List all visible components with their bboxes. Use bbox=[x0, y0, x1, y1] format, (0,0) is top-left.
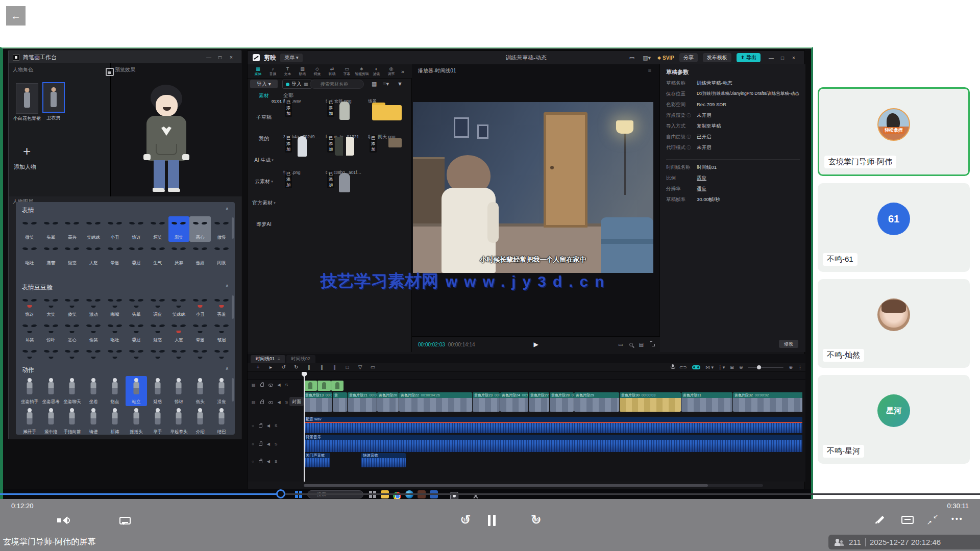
expression-cell[interactable]: 傲娇 bbox=[189, 242, 211, 267]
audio-track-sfx1[interactable]: 关门声音效 bbox=[304, 453, 330, 467]
sticker-clip[interactable] bbox=[304, 381, 317, 391]
toolbar-expand-icon[interactable]: » bbox=[400, 68, 406, 74]
bean-scrollbar[interactable] bbox=[232, 295, 234, 319]
collapse-actions-icon[interactable]: ∧ bbox=[225, 366, 229, 371]
preview-axis-icon[interactable]: ┆ ▾ bbox=[719, 365, 725, 370]
zoom-in-icon[interactable]: ⊕ bbox=[789, 365, 793, 370]
video-clip[interactable]: 黄色片段2200:00:04:26 bbox=[399, 392, 472, 412]
bean-face-cell[interactable] bbox=[211, 344, 232, 359]
link-icon[interactable]: ⋈ ▾ bbox=[705, 365, 714, 370]
bean-face-cell[interactable]: 小丑 bbox=[189, 293, 211, 319]
timeline-ruler[interactable] bbox=[248, 372, 805, 380]
audio-track-voiceover[interactable]: 配音.wav bbox=[304, 417, 802, 433]
exit-fullscreen-button[interactable]: ↙↗ bbox=[924, 513, 941, 527]
media-item[interactable]: 场景 bbox=[368, 97, 406, 105]
menu-button[interactable]: 菜单 ▾ bbox=[280, 54, 303, 62]
annotate-button[interactable] bbox=[872, 513, 889, 527]
action-cell[interactable]: 坐姿思考 bbox=[40, 376, 62, 406]
expression-cell[interactable]: 委屈 bbox=[126, 242, 147, 267]
expression-cell[interactable]: 闭眼 bbox=[211, 242, 232, 267]
mark-icon[interactable]: ▽ bbox=[354, 364, 366, 370]
action-cell[interactable]: 摇摇头 bbox=[126, 406, 147, 435]
volume-button[interactable] bbox=[54, 515, 71, 527]
share-button[interactable]: 分享 bbox=[679, 53, 698, 62]
zoom-out-icon[interactable]: ⊖ bbox=[739, 365, 743, 370]
bean-face-cell[interactable] bbox=[126, 344, 147, 359]
rewind-button[interactable]: ↺ 10 bbox=[457, 511, 474, 529]
character-card[interactable]: 卫衣男 bbox=[42, 82, 65, 113]
expression-cell[interactable]: 晕迷 bbox=[104, 242, 126, 267]
split-icon[interactable]: ∥ bbox=[315, 364, 328, 370]
bean-face-cell[interactable] bbox=[189, 344, 211, 359]
audio-icon[interactable]: ♪ 音频 bbox=[265, 66, 280, 77]
close-icon[interactable]: × bbox=[788, 53, 799, 62]
split-right-icon[interactable]: ∥ bbox=[328, 364, 341, 370]
player-menu-icon[interactable]: ≡ bbox=[645, 66, 654, 73]
fullscreen-icon[interactable] bbox=[650, 341, 655, 347]
bean-face-cell[interactable] bbox=[168, 344, 190, 359]
bean-face-cell[interactable]: 害羞 bbox=[211, 293, 232, 319]
action-cell[interactable]: 祈祷 bbox=[104, 406, 126, 435]
actions-scrollbar[interactable] bbox=[232, 378, 234, 402]
bean-face-cell[interactable]: 大怒 bbox=[168, 319, 190, 344]
transition-icon[interactable]: ⇄ 转场 bbox=[325, 66, 339, 77]
effects-icon[interactable]: ◇ 特效 bbox=[310, 66, 325, 77]
media-item[interactable]: 已添加 0e4038b0...a01fe.png bbox=[326, 169, 363, 175]
sticker-clip[interactable] bbox=[317, 381, 331, 391]
close-icon[interactable]: × bbox=[226, 53, 237, 62]
audio-track-sfx2[interactable]: 快速音效 bbox=[361, 453, 406, 467]
quality-icon[interactable]: ▭ bbox=[618, 342, 623, 347]
expression-cell[interactable]: 呕吐 bbox=[19, 242, 40, 267]
bean-face-cell[interactable]: 激动 bbox=[83, 293, 104, 319]
text-box-icon[interactable]: ▭ bbox=[366, 364, 379, 370]
bean-face-cell[interactable]: 呕吐 bbox=[104, 319, 126, 344]
action-cell[interactable]: 惊讶 bbox=[168, 376, 190, 406]
expression-cell[interactable]: 坏笑 bbox=[147, 216, 168, 242]
collapse-expressions-icon[interactable]: ∧ bbox=[225, 206, 229, 211]
undo-icon[interactable]: ↺ bbox=[277, 364, 290, 370]
action-cell[interactable]: 低头 bbox=[189, 376, 211, 406]
snap-toggle[interactable] bbox=[692, 365, 700, 369]
adjust-icon[interactable]: ◎ 调节 bbox=[384, 66, 399, 77]
add-character-button[interactable]: + bbox=[20, 145, 34, 157]
video-clip[interactable]: 黄色片段1300:00:02:0 bbox=[304, 392, 332, 412]
expression-cell[interactable]: 小丑 bbox=[104, 216, 126, 242]
minimize-icon[interactable]: — bbox=[766, 53, 777, 62]
expression-cell[interactable]: 恶心 bbox=[189, 216, 211, 242]
action-cell[interactable]: 举起拳头 bbox=[168, 406, 190, 435]
expressions-scrollbar[interactable] bbox=[232, 217, 234, 239]
playback-progress-knob[interactable] bbox=[276, 489, 285, 498]
media-item[interactable]: 已添加 39f0b4a...792d9.png bbox=[283, 133, 321, 139]
delete-icon[interactable]: □ bbox=[341, 364, 354, 370]
expression-cell[interactable]: 微笑 bbox=[19, 216, 40, 242]
svip-badge[interactable]: SVIP bbox=[657, 55, 674, 61]
audio-track-music[interactable]: 背景音乐 bbox=[304, 435, 802, 452]
pause-button[interactable] bbox=[485, 514, 499, 528]
video-clip[interactable]: 黄 bbox=[333, 392, 347, 412]
split-left-icon[interactable]: ∥ bbox=[303, 364, 315, 370]
expression-cell[interactable]: 惊讶 bbox=[126, 216, 147, 242]
video-clip[interactable]: 黄色片段29 bbox=[574, 392, 619, 412]
participant-card[interactable]: 星河 不鸣-星河 bbox=[818, 375, 970, 464]
video-clip[interactable]: 黄色片段2400:0 bbox=[500, 392, 528, 412]
export-button[interactable]: ⬆ 导出 bbox=[737, 53, 761, 62]
bean-face-cell[interactable] bbox=[40, 344, 62, 359]
media-icon[interactable]: ▦ 媒体 bbox=[251, 66, 265, 77]
sticker-icon[interactable]: ▧ 贴纸 bbox=[295, 66, 310, 77]
action-cell[interactable]: 坐姿聊天 bbox=[62, 376, 83, 406]
media-item[interactable]: 已添加 01:01 配音.wav bbox=[283, 97, 321, 105]
expression-cell[interactable]: 疑惑 bbox=[62, 242, 83, 267]
timeline-scrollbar[interactable] bbox=[304, 484, 763, 487]
expression-cell[interactable]: 傲慢 bbox=[211, 216, 232, 242]
bean-face-cell[interactable]: 偷笑 bbox=[83, 319, 104, 344]
maximize-icon[interactable]: □ bbox=[777, 53, 788, 62]
bean-face-cell[interactable]: 调皮 bbox=[147, 293, 168, 319]
media-item[interactable]: 已添加 fusion_te...91321.png bbox=[326, 133, 363, 139]
select-tool-icon[interactable]: ▸ bbox=[264, 364, 277, 370]
video-clip[interactable]: 黄色片段31 bbox=[681, 392, 732, 412]
smart-edit-icon[interactable]: ∗ 智能剪辑 bbox=[354, 66, 369, 77]
caption-icon[interactable]: ▭ 字幕 bbox=[339, 66, 354, 77]
bean-face-cell[interactable]: 疑惑 bbox=[147, 319, 168, 344]
participant-card[interactable]: 不鸣-灿然 bbox=[818, 279, 970, 368]
action-cell[interactable]: 手指向前 bbox=[62, 406, 83, 435]
